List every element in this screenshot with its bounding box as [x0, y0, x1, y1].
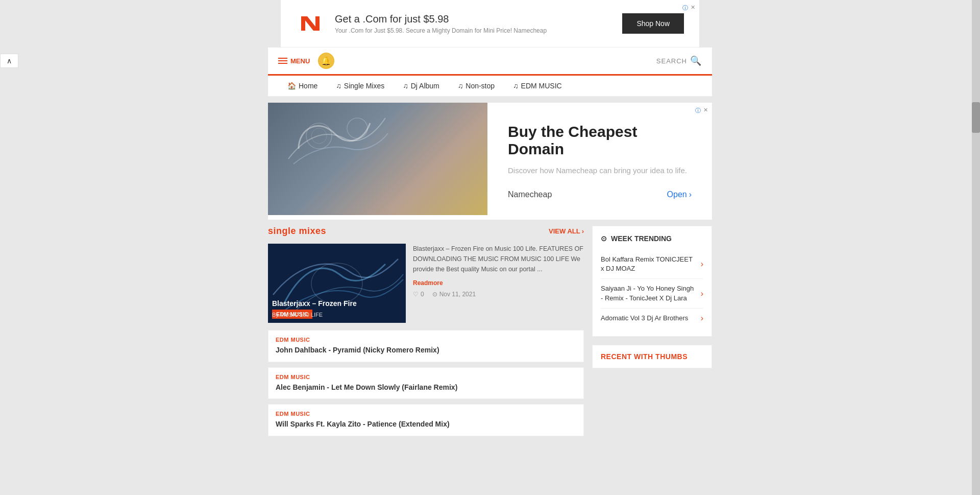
main-wrapper: MENU 🔔 SEARCH 🔍 🏠 Home ♫ Single Mixes ♫ …	[268, 48, 712, 462]
search-icon: 🔍	[690, 55, 702, 66]
trending-item-3[interactable]: Adomatic Vol 3 Dj Ar Brothers ›	[601, 309, 703, 328]
nav-label-edm-music: EDM MUSIC	[521, 82, 562, 90]
collapse-button[interactable]: ∧	[0, 54, 18, 68]
date-meta: ⊙ Nov 11, 2021	[432, 291, 476, 298]
trending-text-1: Bol Kaffara Remix TONICJEET x DJ MOAZ	[601, 255, 697, 273]
post-title-1: John Dahlback - Pyramid (Nicky Romero Re…	[276, 345, 576, 356]
featured-image-wrap: EDM MUSIC Blasterjaxx – Frozen Fire By M…	[268, 244, 406, 323]
scrollbar[interactable]	[972, 0, 980, 462]
recent-with-thumbs-title: RECENT WITH THUMBS	[592, 345, 712, 368]
music-note-icon-1: ♫	[336, 82, 341, 90]
music-note-icon-4: ♫	[513, 82, 519, 90]
post-cards-container: EDM MUSIC John Dahlback - Pyramid (Nicky…	[268, 330, 584, 436]
menu-label: MENU	[290, 57, 310, 65]
section-title-single-mixes: single mixes	[268, 226, 326, 237]
read-more-link[interactable]: Readmore	[413, 279, 443, 287]
featured-meta: ♡ 0 ⊙ Nov 11, 2021	[413, 291, 584, 298]
ad-subtext: Your .Com for Just $5.98. Secure a Might…	[335, 27, 547, 34]
post-title-3: Will Sparks Ft. Kayla Zito - Patience (E…	[276, 419, 576, 430]
music-note-icon-2: ♫	[403, 82, 408, 90]
trending-arrow-3: ›	[701, 314, 703, 323]
main-ad-image	[268, 103, 487, 215]
post-card-1[interactable]: EDM MUSIC John Dahlback - Pyramid (Nicky…	[268, 330, 584, 362]
post-category-1: EDM MUSIC	[276, 337, 576, 343]
menu-button[interactable]: MENU	[278, 57, 310, 65]
trending-text-3: Adomatic Vol 3 Dj Ar Brothers	[601, 314, 697, 323]
search-button[interactable]: SEARCH 🔍	[656, 55, 702, 66]
trending-icon: ⊙	[601, 234, 607, 243]
main-ad-brand: Namecheap	[508, 190, 552, 199]
featured-post-image[interactable]: EDM MUSIC Blasterjaxx – Frozen Fire By M…	[268, 244, 406, 323]
week-trending-box: ⊙ WEEK TRENDING Bol Kaffara Remix TONICJ…	[592, 226, 712, 337]
nav-label-single-mixes: Single Mixes	[344, 82, 384, 90]
post-card-3[interactable]: EDM MUSIC Will Sparks Ft. Kayla Zito - P…	[268, 404, 584, 436]
content-main: single mixes VIEW ALL ›	[268, 226, 584, 441]
chevron-right-icon: ›	[689, 190, 692, 199]
menu-line-1	[278, 58, 287, 59]
nav-item-single-mixes[interactable]: ♫ Single Mixes	[327, 76, 394, 96]
nav-item-non-stop[interactable]: ♫ Non-stop	[449, 76, 504, 96]
trending-title-label: WEEK TRENDING	[611, 234, 672, 243]
nav-label-dj-album: Dj Album	[411, 82, 439, 90]
search-label: SEARCH	[656, 57, 687, 65]
heart-icon: ♡	[413, 291, 419, 298]
post-title-2: Alec Benjamin - Let Me Down Slowly (Fair…	[276, 383, 576, 393]
trending-item-2[interactable]: Saiyaan Ji - Yo Yo Honey Singh - Remix -…	[601, 279, 703, 308]
main-ad-close-icon[interactable]: ✕	[703, 107, 708, 113]
site-nav: 🏠 Home ♫ Single Mixes ♫ Dj Album ♫ Non-s…	[268, 76, 712, 97]
featured-description: Blasterjaxx – Frozen Fire on Music 100 L…	[413, 244, 584, 274]
nav-item-edm-music[interactable]: ♫ EDM MUSIC	[504, 76, 571, 96]
main-ad-headline: Buy the Cheapest Domain	[508, 123, 692, 158]
main-ad-subtext: Discover how Namecheap can bring your id…	[508, 166, 692, 175]
post-list: Blasterjaxx – Frozen Fire on Music 100 L…	[413, 244, 584, 323]
namecheap-logo	[296, 9, 325, 38]
content-sidebar: ⊙ WEEK TRENDING Bol Kaffara Remix TONICJ…	[592, 226, 712, 441]
home-icon: 🏠	[287, 82, 296, 90]
content-area: single mixes VIEW ALL ›	[268, 226, 712, 441]
featured-title-overlay: Blasterjaxx – Frozen Fire	[272, 299, 357, 308]
ad-close-icon[interactable]: ✕	[691, 4, 695, 11]
main-ad-text: Buy the Cheapest Domain Discover how Nam…	[487, 103, 712, 220]
week-trending-title: ⊙ WEEK TRENDING	[601, 234, 703, 243]
music-note-icon-3: ♫	[458, 82, 463, 90]
featured-author-overlay: By MUSIC 100 LIFE	[272, 312, 323, 318]
top-ad-text: Get a .Com for just $5.98 Your .Com for …	[335, 13, 547, 34]
top-ad-banner: ⓘ ✕ Get a .Com for just $5.98 Your .Com …	[281, 0, 699, 48]
post-category-2: EDM MUSIC	[276, 374, 576, 380]
post-card-2[interactable]: EDM MUSIC Alec Benjamin - Let Me Down Sl…	[268, 367, 584, 399]
menu-line-3	[278, 63, 287, 64]
trending-arrow-1: ›	[701, 260, 703, 269]
post-date: Nov 11, 2021	[439, 291, 476, 298]
likes-meta: ♡ 0	[413, 291, 424, 298]
main-ad-info-icon[interactable]: ⓘ	[695, 107, 701, 114]
main-ad-open-link[interactable]: Open ›	[667, 190, 692, 199]
menu-line-2	[278, 60, 287, 61]
ad-shop-button[interactable]: Shop Now	[622, 13, 684, 34]
likes-count: 0	[421, 291, 424, 298]
trending-item-1[interactable]: Bol Kaffara Remix TONICJEET x DJ MOAZ ›	[601, 250, 703, 279]
open-label: Open	[667, 190, 687, 199]
view-all-link[interactable]: VIEW ALL ›	[549, 227, 584, 235]
site-header: MENU 🔔 SEARCH 🔍	[268, 48, 712, 76]
site-logo[interactable]: 🔔	[318, 53, 334, 69]
ad-info-icon[interactable]: ⓘ	[682, 4, 688, 12]
nav-label-non-stop: Non-stop	[465, 82, 495, 90]
featured-post: EDM MUSIC Blasterjaxx – Frozen Fire By M…	[268, 244, 584, 323]
main-ad-banner: Buy the Cheapest Domain Discover how Nam…	[268, 103, 712, 220]
nav-item-dj-album[interactable]: ♫ Dj Album	[394, 76, 449, 96]
nav-item-home[interactable]: 🏠 Home	[278, 76, 327, 96]
main-ad-footer: Namecheap Open ›	[508, 190, 692, 199]
chevron-up-icon: ∧	[7, 57, 12, 65]
scrollbar-thumb[interactable]	[972, 102, 980, 133]
nav-label-home: Home	[299, 82, 317, 90]
trending-text-2: Saiyaan Ji - Yo Yo Honey Singh - Remix -…	[601, 284, 697, 302]
view-all-label: VIEW ALL	[549, 227, 580, 235]
ad-headline: Get a .Com for just $5.98	[335, 13, 547, 25]
view-all-arrow-icon: ›	[582, 227, 584, 235]
trending-arrow-2: ›	[701, 289, 703, 298]
calendar-icon: ⊙	[432, 291, 437, 298]
ad-swirl-graphic	[278, 108, 390, 174]
svg-point-3	[347, 118, 368, 138]
post-category-3: EDM MUSIC	[276, 411, 576, 417]
header-left: MENU 🔔	[278, 53, 334, 69]
